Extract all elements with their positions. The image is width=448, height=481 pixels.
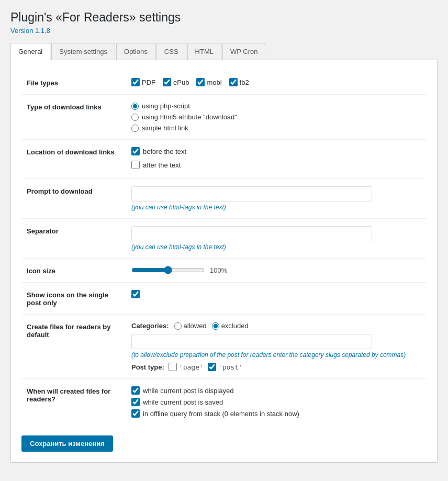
separator-hint: (you can use html-tags in the text)	[131, 243, 421, 251]
settings-panel: File types PDF ePub mobi fb2	[10, 60, 438, 463]
download-links-options: using php-script using html5 atribute "d…	[131, 102, 421, 132]
when-created-row: When will created files for readers? whi…	[21, 379, 427, 426]
tab-options[interactable]: Options	[116, 43, 155, 60]
cat-allowed[interactable]: allowed	[174, 322, 207, 330]
file-types-label: File types	[21, 71, 126, 95]
checkbox-displayed[interactable]	[131, 386, 140, 395]
radio-php-script-input[interactable]	[131, 103, 139, 110]
radio-allowed[interactable]	[174, 322, 182, 330]
icon-size-slider[interactable]	[131, 266, 205, 274]
post-type-label: Post type:	[131, 363, 164, 371]
version-text: Version 1.1.8	[10, 27, 438, 35]
prompt-label: Prompt to download	[21, 179, 126, 219]
file-types-options: PDF ePub mobi fb2	[131, 78, 421, 86]
checkbox-pdf[interactable]	[131, 78, 140, 86]
create-files-label: Create files for readers by default	[21, 315, 126, 379]
categories-row: Categories: allowed excluded	[131, 322, 421, 330]
icon-size-label: Icon size	[21, 259, 126, 283]
page-title: Plugin's «For Readers» settings	[10, 10, 438, 25]
radio-excluded[interactable]	[212, 322, 219, 330]
radio-html5-download[interactable]: using html5 atribute "download"	[131, 113, 421, 121]
tab-general[interactable]: General	[10, 43, 50, 60]
checkbox-fb2[interactable]	[229, 78, 238, 86]
checkbox-mobi[interactable]	[196, 78, 205, 86]
post-type-page: 'page'	[169, 363, 204, 371]
separator-label: Separator	[21, 219, 126, 259]
radio-simple-html[interactable]: simple html link	[131, 124, 421, 132]
checkbox-post[interactable]	[208, 363, 216, 371]
tab-wp-cron[interactable]: WP Cron	[222, 43, 266, 60]
file-type-mobi[interactable]: mobi	[196, 78, 221, 86]
checkbox-after-text[interactable]	[131, 161, 140, 169]
show-icons-row: Show icons on the single post only	[21, 283, 427, 315]
when-displayed[interactable]: while current post is displayed	[131, 386, 421, 395]
checkbox-page[interactable]	[169, 363, 177, 371]
post-type-row: Post type: 'page' 'post'	[131, 363, 421, 371]
icon-size-row: Icon size 100%	[21, 259, 427, 283]
create-files-row: Create files for readers by default Cate…	[21, 315, 427, 379]
page-label: 'page'	[179, 363, 204, 371]
checkbox-before-text[interactable]	[131, 147, 140, 155]
file-type-fb2[interactable]: fb2	[229, 78, 249, 86]
categories-input-row	[131, 334, 421, 349]
download-links-label: Type of download links	[21, 95, 126, 140]
radio-php-script[interactable]: using php-script	[131, 102, 421, 110]
radio-simple-html-input[interactable]	[131, 125, 139, 132]
separator-input[interactable]	[131, 226, 372, 241]
post-type-post: 'post'	[208, 363, 243, 371]
location-row: Location of download links before the te…	[21, 140, 427, 179]
tab-html[interactable]: HTML	[187, 43, 221, 60]
post-label: 'post'	[218, 363, 243, 371]
when-saved[interactable]: while current post is saved	[131, 398, 421, 406]
checkbox-epub[interactable]	[163, 78, 171, 86]
location-options: before the text after the text	[131, 147, 421, 171]
icon-size-value: 100%	[210, 266, 227, 274]
prompt-input[interactable]	[131, 186, 372, 202]
radio-html5-input[interactable]	[131, 114, 139, 121]
tab-system-settings[interactable]: System settings	[51, 43, 115, 60]
checkbox-offline[interactable]	[131, 409, 140, 418]
file-type-epub[interactable]: ePub	[163, 78, 189, 86]
categories-input[interactable]	[131, 334, 372, 349]
settings-table: File types PDF ePub mobi fb2	[21, 71, 427, 425]
file-type-pdf[interactable]: PDF	[131, 78, 155, 86]
categories-label: Categories:	[131, 322, 169, 330]
prompt-row: Prompt to download (you can use html-tag…	[21, 179, 427, 219]
categories-hint: (to allow/exclude prepartion of the post…	[131, 351, 421, 359]
location-after[interactable]: after the text	[131, 161, 421, 169]
show-icons-label: Show icons on the single post only	[21, 283, 126, 315]
tab-css[interactable]: CSS	[156, 43, 186, 60]
when-created-label: When will created files for readers?	[21, 379, 126, 426]
save-button[interactable]: Сохранить изменения	[21, 435, 113, 452]
prompt-hint: (you can use html-tags in the text)	[131, 204, 421, 211]
location-label: Location of download links	[21, 140, 126, 179]
checkbox-saved[interactable]	[131, 398, 140, 406]
tab-bar: General System settings Options CSS HTML…	[10, 43, 438, 60]
when-offline[interactable]: in offline query from stack (0 elements …	[131, 409, 421, 418]
file-types-row: File types PDF ePub mobi fb2	[21, 71, 427, 95]
location-before[interactable]: before the text	[131, 147, 421, 155]
download-links-type-row: Type of download links using php-script …	[21, 95, 427, 140]
when-created-options: while current post is displayed while cu…	[131, 386, 421, 418]
separator-row: Separator (you can use html-tags in the …	[21, 219, 427, 259]
show-icons-checkbox[interactable]	[131, 290, 140, 298]
cat-excluded[interactable]: excluded	[212, 322, 249, 330]
icon-size-slider-container: 100%	[131, 266, 421, 274]
